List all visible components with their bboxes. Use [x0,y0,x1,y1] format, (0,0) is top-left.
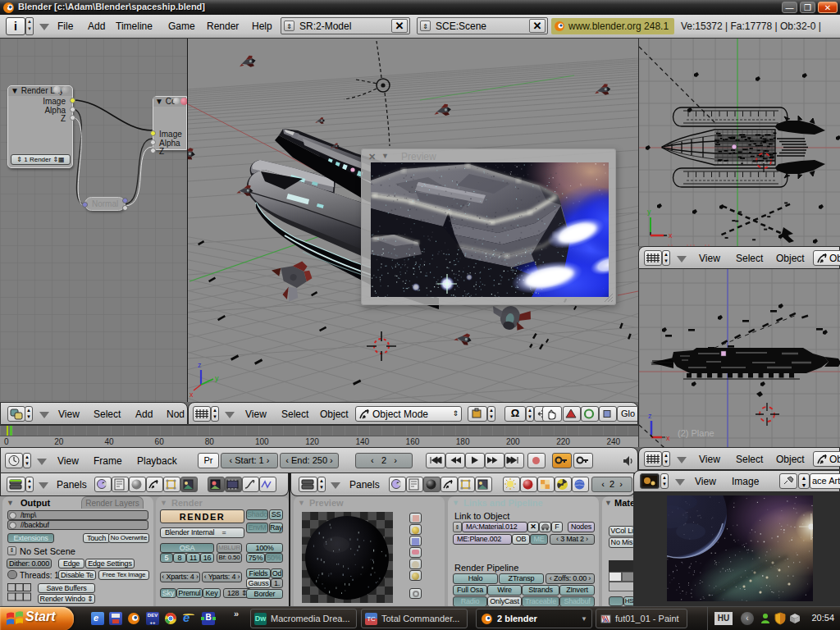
svg-text:z: z [198,361,202,369]
svg-text:z: z [648,412,652,420]
svg-text:y: y [215,374,219,382]
svg-text:x: x [669,231,673,240]
svg-text:(2) Plane: (2) Plane [678,428,714,438]
svg-text:x: x [189,390,194,399]
svg-text:x: x [666,434,670,442]
svg-text:y: y [647,208,651,216]
